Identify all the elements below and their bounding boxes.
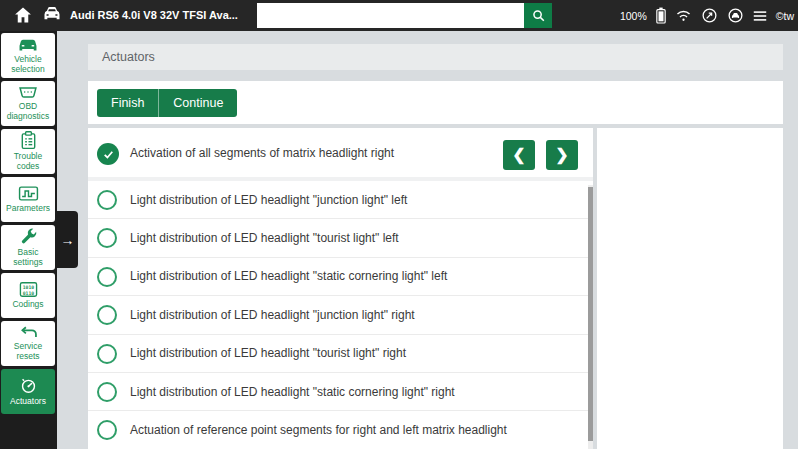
page-title: Actuators xyxy=(88,44,783,70)
sidebar: Vehicle selection OBD diagnostics Troubl… xyxy=(0,31,57,449)
menu-icon[interactable] xyxy=(753,10,767,22)
radio-icon[interactable] xyxy=(97,420,117,440)
radio-icon[interactable] xyxy=(97,228,117,248)
test-label: Light distribution of LED headlight "jun… xyxy=(130,181,407,218)
sidebar-item-parameters[interactable]: Parameters xyxy=(1,177,55,222)
speedometer-icon[interactable] xyxy=(701,7,718,24)
test-label: Light distribution of LED headlight "tou… xyxy=(130,219,399,256)
test-row[interactable]: Light distribution of LED headlight "jun… xyxy=(88,181,593,219)
test-row[interactable]: Actuation of reference point segments fo… xyxy=(88,411,593,449)
continue-button[interactable]: Continue xyxy=(159,89,237,117)
wifi-icon xyxy=(675,9,692,22)
search-box xyxy=(257,3,552,28)
detail-panel xyxy=(597,128,783,449)
sidebar-item-codings[interactable]: 1010 0110 Codings xyxy=(1,273,55,318)
sidebar-item-vehicle-selection[interactable]: Vehicle selection xyxy=(1,33,55,78)
prev-button[interactable]: ❮ xyxy=(503,140,535,170)
test-row[interactable]: Light distribution of LED headlight "sta… xyxy=(88,258,593,296)
status-cluster: 100% xyxy=(620,0,794,31)
sidebar-item-service-resets[interactable]: Service resets xyxy=(1,321,55,366)
sidebar-item-label: Actuators xyxy=(2,397,54,407)
gauge-icon xyxy=(19,376,38,395)
list-scrollbar[interactable] xyxy=(588,185,593,449)
expand-arrow-icon: → xyxy=(61,232,75,248)
test-row[interactable]: Light distribution of LED headlight "sta… xyxy=(88,373,593,411)
radio-icon[interactable] xyxy=(97,344,117,364)
battery-icon xyxy=(656,7,666,24)
test-row[interactable]: Light distribution of LED headlight "jun… xyxy=(88,296,593,334)
search-input[interactable] xyxy=(257,3,524,28)
clipboard-icon xyxy=(20,131,37,150)
car-front-icon xyxy=(17,36,39,53)
sidebar-item-label: OBD diagnostics xyxy=(2,102,54,122)
reset-arrow-icon xyxy=(18,325,39,340)
checked-radio-icon[interactable] xyxy=(97,143,119,165)
binary-code-icon: 1010 0110 xyxy=(19,281,38,298)
sidebar-item-label: Vehicle selection xyxy=(2,55,54,75)
top-bar: Audi RS6 4.0i V8 32V TFSI Ava... 100% xyxy=(0,0,798,31)
radio-icon[interactable] xyxy=(97,305,117,325)
search-icon xyxy=(531,8,546,23)
svg-text:1010: 1010 xyxy=(22,285,34,290)
selected-test-row[interactable]: Activation of all segments of matrix hea… xyxy=(88,128,593,181)
sidebar-expand-tab[interactable]: → xyxy=(57,211,78,268)
sidebar-item-label: Basic settings xyxy=(2,248,54,268)
sidebar-item-trouble-codes[interactable]: Trouble codes xyxy=(1,129,55,174)
toolbar: Finish Continue xyxy=(88,81,783,124)
sidebar-item-label: Service resets xyxy=(2,342,54,362)
sidebar-item-label: Trouble codes xyxy=(2,152,54,172)
test-label: Light distribution of LED headlight "sta… xyxy=(130,258,447,295)
vehicle-status-icon[interactable] xyxy=(727,7,744,24)
scrollbar-thumb[interactable] xyxy=(588,187,593,441)
test-label: Light distribution of LED headlight "sta… xyxy=(130,373,455,410)
radio-icon[interactable] xyxy=(97,382,117,402)
sidebar-item-label: Codings xyxy=(2,300,54,310)
radio-icon[interactable] xyxy=(97,190,117,210)
home-icon[interactable] xyxy=(13,5,33,25)
obd-connector-icon xyxy=(17,85,39,100)
vehicle-title: Audi RS6 4.0i V8 32V TFSI Ava... xyxy=(70,0,238,31)
test-label: Activation of all segments of matrix hea… xyxy=(130,128,394,177)
vehicle-icon[interactable] xyxy=(41,5,63,25)
test-label: Light distribution of LED headlight "jun… xyxy=(130,296,415,333)
sidebar-item-obd-diagnostics[interactable]: OBD diagnostics xyxy=(1,81,55,126)
finish-button[interactable]: Finish xyxy=(97,89,159,117)
actuator-test-list: Activation of all segments of matrix hea… xyxy=(88,128,593,449)
radio-icon[interactable] xyxy=(97,267,117,287)
svg-text:0110: 0110 xyxy=(22,291,34,296)
wrench-icon xyxy=(19,227,38,246)
next-button[interactable]: ❯ xyxy=(546,140,578,170)
waveform-icon xyxy=(18,185,39,202)
battery-percent: 100% xyxy=(620,10,647,22)
test-row[interactable]: Light distribution of LED headlight "tou… xyxy=(88,335,593,373)
sidebar-item-actuators[interactable]: Actuators xyxy=(1,369,55,414)
test-label: Light distribution of LED headlight "tou… xyxy=(130,335,406,372)
test-label: Actuation of reference point segments fo… xyxy=(130,411,507,448)
sidebar-item-basic-settings[interactable]: Basic settings xyxy=(1,225,55,270)
watermark: ©tw xyxy=(776,10,794,22)
sidebar-item-label: Parameters xyxy=(2,204,54,214)
test-row[interactable]: Light distribution of LED headlight "tou… xyxy=(88,219,593,257)
search-button[interactable] xyxy=(524,3,552,28)
